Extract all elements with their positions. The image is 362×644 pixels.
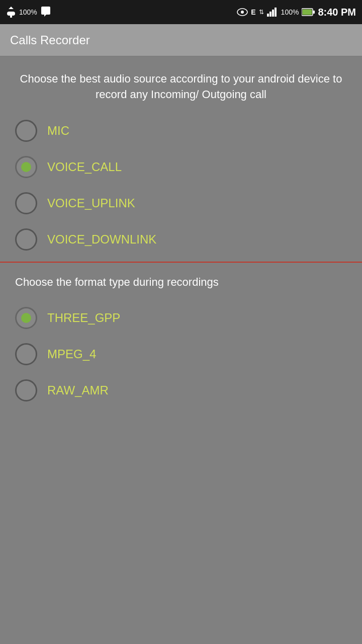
signal-bars-icon bbox=[267, 8, 278, 17]
network-type-icon: E bbox=[251, 8, 255, 16]
radio-circle-voice-call bbox=[15, 156, 37, 178]
battery-percent-left: 100% bbox=[19, 8, 37, 16]
radio-circle-voice-uplink bbox=[15, 192, 37, 214]
battery-icon bbox=[302, 8, 315, 16]
status-right-icons: E ⇅ 100% 8:40 PM bbox=[237, 7, 356, 18]
app-title: Calls Recorder bbox=[10, 33, 90, 47]
section-divider bbox=[0, 262, 362, 263]
radio-option-voice-downlink[interactable]: VOICE_DOWNLINK bbox=[0, 221, 362, 258]
radio-dot-three-gpp bbox=[21, 313, 31, 323]
radio-label-voice-downlink: VOICE_DOWNLINK bbox=[47, 232, 156, 247]
eye-icon bbox=[237, 8, 248, 16]
status-time: 8:40 PM bbox=[318, 7, 356, 18]
radio-label-mpeg4: MPEG_4 bbox=[47, 347, 96, 361]
radio-circle-three-gpp bbox=[15, 307, 37, 329]
data-transfer-icon: ⇅ bbox=[259, 9, 264, 16]
radio-circle-raw-amr bbox=[15, 379, 37, 401]
svg-rect-7 bbox=[275, 8, 277, 17]
radio-option-mpeg4[interactable]: MPEG_4 bbox=[0, 336, 362, 372]
status-bar: 100% E ⇅ 100% 8:40 PM bbox=[0, 0, 362, 24]
radio-circle-mpeg4 bbox=[15, 343, 37, 365]
status-left-icons: 100% bbox=[6, 7, 51, 18]
audio-section-header: Choose the best audio source according t… bbox=[0, 66, 362, 113]
svg-rect-5 bbox=[269, 12, 272, 17]
radio-option-voice-call[interactable]: VOICE_CALL bbox=[0, 149, 362, 185]
radio-circle-mic bbox=[15, 120, 37, 142]
app-bar: Calls Recorder bbox=[0, 24, 362, 56]
radio-option-mic[interactable]: MIC bbox=[0, 113, 362, 149]
svg-rect-4 bbox=[267, 14, 269, 17]
svg-point-1 bbox=[12, 13, 14, 15]
svg-rect-9 bbox=[303, 10, 312, 15]
svg-point-3 bbox=[241, 11, 244, 14]
radio-option-raw-amr[interactable]: RAW_AMR bbox=[0, 372, 362, 409]
format-section-header: Choose the format type during recordings bbox=[0, 267, 362, 300]
radio-label-mic: MIC bbox=[47, 124, 69, 138]
radio-option-voice-uplink[interactable]: VOICE_UPLINK bbox=[0, 185, 362, 221]
battery-percent: 100% bbox=[281, 8, 299, 16]
radio-dot-voice-call bbox=[21, 162, 31, 172]
main-content: Choose the best audio source according t… bbox=[0, 56, 362, 419]
radio-label-raw-amr: RAW_AMR bbox=[47, 383, 109, 397]
radio-circle-voice-downlink bbox=[15, 228, 37, 251]
radio-option-three-gpp[interactable]: THREE_GPP bbox=[0, 300, 362, 336]
usb-icon bbox=[6, 7, 16, 18]
radio-label-three-gpp: THREE_GPP bbox=[47, 311, 120, 325]
bubble-icon bbox=[40, 7, 51, 18]
svg-rect-6 bbox=[272, 10, 274, 17]
radio-label-voice-uplink: VOICE_UPLINK bbox=[47, 196, 135, 210]
radio-label-voice-call: VOICE_CALL bbox=[47, 160, 122, 174]
svg-point-0 bbox=[8, 13, 10, 15]
svg-rect-10 bbox=[313, 11, 315, 14]
